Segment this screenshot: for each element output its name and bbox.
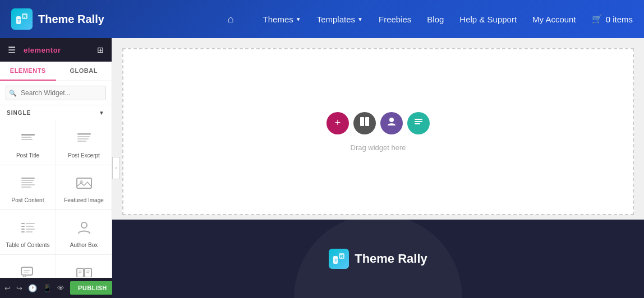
site-logo[interactable]: T R Theme Rally — [11, 8, 104, 30]
svg-point-26 — [81, 222, 87, 228]
logo-icon: T R — [11, 8, 33, 30]
logo-text: Theme Rally — [38, 13, 104, 26]
widget-post-excerpt[interactable]: Post Excerpt — [56, 120, 112, 165]
hamburger-icon[interactable]: ☰ — [8, 45, 16, 55]
template-icon — [387, 117, 397, 129]
plus-icon: + — [335, 117, 341, 129]
svg-text:R: R — [23, 14, 26, 19]
svg-rect-35 — [86, 272, 89, 273]
elementor-logo: elementor — [24, 46, 61, 54]
tab-global[interactable]: GLOBAL — [56, 62, 112, 81]
post-navigation-icon — [74, 263, 94, 277]
svg-rect-44 — [415, 123, 420, 124]
drag-hint: Drag widget here — [351, 143, 406, 152]
action-buttons: + — [326, 112, 430, 134]
author-box-label: Author Box — [70, 241, 98, 249]
widget-post-title[interactable]: Post Title — [0, 120, 56, 165]
widgets-grid: Post Title Post Excerpt — [0, 120, 112, 277]
svg-rect-24 — [21, 231, 25, 232]
svg-rect-20 — [21, 226, 25, 227]
footer-area: T R Theme Rally — [112, 220, 644, 298]
nav-blog[interactable]: Blog — [427, 15, 444, 24]
sidebar: ☰ elementor ⊞ ELEMENTS GLOBAL SINGLE ▼ — [0, 38, 112, 298]
svg-rect-43 — [415, 121, 422, 122]
nav-support[interactable]: Help & Support — [459, 15, 517, 24]
post-content-label: Post Content — [12, 197, 44, 204]
add-template-button[interactable] — [380, 112, 403, 134]
grid-icon[interactable]: ⊞ — [97, 45, 104, 54]
edit-icon — [413, 117, 424, 129]
svg-rect-4 — [21, 134, 35, 136]
svg-rect-19 — [26, 223, 35, 224]
edit-button[interactable] — [407, 112, 430, 134]
svg-rect-25 — [26, 231, 33, 232]
svg-rect-29 — [24, 272, 29, 273]
nav-themes[interactable]: Themes ▼ — [263, 15, 301, 24]
sidebar-tabs: ELEMENTS GLOBAL — [0, 62, 112, 81]
top-nav: T R Theme Rally ⌂ Themes ▼ Templates ▼ F… — [0, 0, 644, 38]
canvas-area: + — [112, 38, 644, 298]
svg-rect-34 — [86, 271, 90, 272]
widget-table-of-contents[interactable]: Table of Contents — [0, 210, 56, 254]
nav-templates[interactable]: Templates ▼ — [317, 15, 363, 24]
post-comments-icon — [18, 263, 38, 277]
svg-rect-42 — [415, 119, 422, 120]
widget-post-navigation[interactable]: Post Navigation — [56, 255, 112, 277]
nav-account[interactable]: My Account — [532, 15, 576, 24]
svg-rect-6 — [21, 139, 33, 140]
cart-count: 0 items — [606, 15, 633, 24]
undo-icon[interactable]: ↩ — [4, 284, 11, 292]
svg-text:T: T — [17, 18, 21, 24]
add-section-button[interactable] — [353, 112, 376, 134]
svg-rect-9 — [77, 138, 89, 139]
widget-featured-image[interactable]: Featured Image — [56, 165, 112, 209]
svg-rect-8 — [77, 136, 90, 137]
nav-freebies[interactable]: Freebies — [379, 15, 411, 24]
publish-button[interactable]: PUBLISH — [70, 281, 115, 295]
search-input[interactable] — [6, 86, 106, 100]
post-excerpt-icon — [74, 128, 94, 148]
toc-label: Table of Contents — [6, 241, 50, 249]
widget-author-box[interactable]: Author Box — [56, 210, 112, 254]
featured-image-icon — [74, 173, 94, 193]
svg-rect-32 — [79, 271, 82, 272]
canvas-widget-area[interactable]: + — [122, 48, 634, 215]
history-icon[interactable]: 🕐 — [28, 284, 37, 292]
post-excerpt-label: Post Excerpt — [68, 152, 100, 159]
svg-rect-5 — [21, 137, 31, 138]
toc-icon — [18, 218, 38, 238]
svg-rect-15 — [21, 187, 31, 188]
svg-rect-21 — [26, 226, 34, 227]
post-content-icon — [18, 173, 38, 193]
canvas-inner: + — [326, 112, 430, 152]
nav-links: ⌂ Themes ▼ Templates ▼ Freebies Blog Hel… — [228, 13, 633, 25]
collapse-icon: ‹ — [116, 165, 117, 171]
home-icon[interactable]: ⌂ — [228, 13, 234, 25]
chevron-down-icon: ▼ — [99, 110, 105, 116]
svg-rect-11 — [21, 178, 35, 179]
svg-rect-16 — [77, 178, 91, 188]
elementor-bar: ☰ elementor ⊞ — [0, 38, 112, 62]
footer-circle-decoration — [294, 214, 462, 298]
widget-post-content[interactable]: Post Content — [0, 165, 56, 209]
main-area: ☰ elementor ⊞ ELEMENTS GLOBAL SINGLE ▼ — [0, 38, 644, 298]
svg-point-41 — [389, 118, 394, 122]
preview-icon[interactable]: 👁 — [57, 284, 65, 292]
cart-button[interactable]: 🛒 0 items — [592, 14, 633, 24]
post-title-icon — [18, 128, 38, 148]
svg-rect-10 — [77, 141, 86, 142]
single-section-header[interactable]: SINGLE ▼ — [0, 105, 112, 120]
widget-post-comments[interactable]: Post Comments — [0, 255, 56, 277]
featured-image-label: Featured Image — [64, 197, 104, 204]
author-box-icon — [74, 218, 94, 238]
tab-elements[interactable]: ELEMENTS — [0, 62, 56, 81]
sidebar-toggle[interactable]: ‹ — [112, 157, 120, 179]
cart-icon: 🛒 — [592, 14, 602, 24]
svg-rect-12 — [21, 180, 34, 181]
responsive-icon[interactable]: 📱 — [43, 284, 52, 292]
redo-icon[interactable]: ↪ — [16, 284, 22, 292]
svg-rect-23 — [26, 229, 35, 230]
section-icon — [360, 117, 370, 129]
add-widget-button[interactable]: + — [326, 112, 349, 134]
widget-search — [0, 81, 112, 105]
